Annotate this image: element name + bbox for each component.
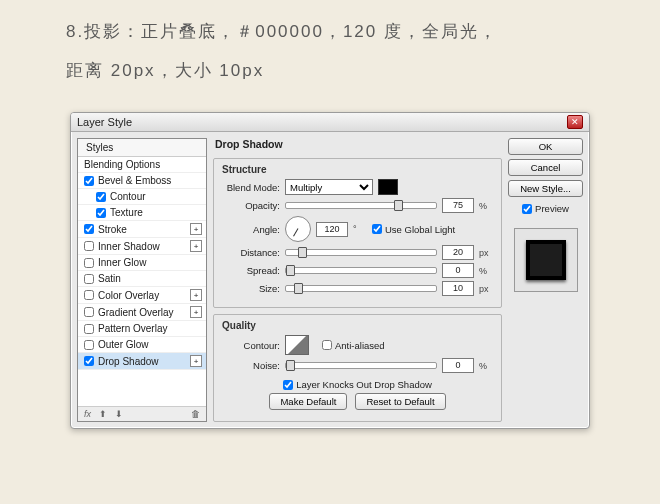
style-item-outer-glow[interactable]: Outer Glow	[78, 337, 206, 353]
size-label: Size:	[222, 283, 280, 294]
size-input[interactable]: 10	[442, 281, 474, 296]
percent-unit: %	[479, 266, 493, 276]
style-item-stroke[interactable]: Stroke +	[78, 221, 206, 238]
checkbox-icon[interactable]	[84, 258, 94, 268]
ok-button[interactable]: OK	[508, 138, 583, 155]
contour-label: Contour:	[222, 340, 280, 351]
style-item-pattern-overlay[interactable]: Pattern Overlay	[78, 321, 206, 337]
checkbox-icon[interactable]	[84, 340, 94, 350]
instruction-text: 8.投影：正片叠底，＃000000，120 度，全局光， 距离 20px，大小 …	[66, 12, 594, 90]
styles-footer: fx ⬆ ⬇ 🗑	[78, 406, 206, 421]
reset-default-button[interactable]: Reset to Default	[355, 393, 445, 410]
spread-slider[interactable]	[285, 267, 437, 274]
checkbox-icon[interactable]	[84, 307, 94, 317]
checkbox-icon[interactable]	[96, 208, 106, 218]
degree-unit: °	[353, 224, 367, 234]
make-default-button[interactable]: Make Default	[269, 393, 347, 410]
px-unit: px	[479, 248, 493, 258]
distance-input[interactable]: 20	[442, 245, 474, 260]
distance-slider[interactable]	[285, 249, 437, 256]
preview-checkbox[interactable]: Preview	[522, 203, 569, 214]
global-light-checkbox[interactable]: Use Global Light	[372, 224, 455, 235]
angle-input[interactable]: 120	[316, 222, 348, 237]
blend-mode-label: Blend Mode:	[222, 182, 280, 193]
style-item-texture[interactable]: Texture	[78, 205, 206, 221]
fx-plus-icon[interactable]: +	[190, 223, 202, 235]
fx-plus-icon[interactable]: +	[190, 306, 202, 318]
fx-plus-icon[interactable]: +	[190, 240, 202, 252]
style-item-bevel-emboss[interactable]: Bevel & Emboss	[78, 173, 206, 189]
style-item-satin[interactable]: Satin	[78, 271, 206, 287]
dialog-title: Layer Style	[77, 113, 132, 131]
style-item-contour[interactable]: Contour	[78, 189, 206, 205]
percent-unit: %	[479, 201, 493, 211]
blend-mode-dropdown[interactable]: Multiply	[285, 179, 373, 195]
structure-legend: Structure	[222, 164, 493, 175]
spread-input[interactable]: 0	[442, 263, 474, 278]
percent-unit: %	[479, 361, 493, 371]
fx-plus-icon[interactable]: +	[190, 355, 202, 367]
px-unit: px	[479, 284, 493, 294]
layer-style-dialog: Layer Style ✕ Styles Blending Options Be…	[70, 112, 590, 429]
opacity-label: Opacity:	[222, 200, 280, 211]
color-swatch[interactable]	[378, 179, 398, 195]
section-title: Drop Shadow	[215, 138, 502, 150]
noise-slider[interactable]	[285, 362, 437, 369]
style-item-drop-shadow[interactable]: Drop Shadow +	[78, 353, 206, 370]
checkbox-icon[interactable]	[84, 176, 94, 186]
instruction-line-1: 8.投影：正片叠底，＃000000，120 度，全局光，	[66, 12, 594, 51]
style-item-color-overlay[interactable]: Color Overlay +	[78, 287, 206, 304]
checkbox-icon[interactable]	[84, 241, 94, 251]
knockout-checkbox[interactable]: Layer Knocks Out Drop Shadow	[283, 379, 432, 390]
titlebar[interactable]: Layer Style ✕	[71, 113, 589, 132]
structure-group: Structure Blend Mode: Multiply Opacity: …	[213, 158, 502, 308]
fx-plus-icon[interactable]: +	[190, 289, 202, 301]
cancel-button[interactable]: Cancel	[508, 159, 583, 176]
checkbox-icon[interactable]	[84, 274, 94, 284]
preview-thumbnail	[514, 228, 578, 292]
opacity-slider[interactable]	[285, 202, 437, 209]
opacity-input[interactable]: 75	[442, 198, 474, 213]
distance-label: Distance:	[222, 247, 280, 258]
preview-swatch	[526, 240, 566, 280]
dialog-actions: OK Cancel New Style... Preview	[508, 138, 583, 422]
checkbox-icon[interactable]	[84, 356, 94, 366]
quality-legend: Quality	[222, 320, 493, 331]
noise-input[interactable]: 0	[442, 358, 474, 373]
styles-list: Styles Blending Options Bevel & Emboss C…	[77, 138, 207, 422]
checkbox-icon[interactable]	[84, 290, 94, 300]
contour-picker[interactable]	[285, 335, 309, 355]
spread-label: Spread:	[222, 265, 280, 276]
style-item-gradient-overlay[interactable]: Gradient Overlay +	[78, 304, 206, 321]
noise-label: Noise:	[222, 360, 280, 371]
arrow-up-icon[interactable]: ⬆	[99, 409, 107, 419]
checkbox-icon[interactable]	[84, 224, 94, 234]
quality-group: Quality Contour: Anti-aliased Noise: 0 %	[213, 314, 502, 422]
checkbox-icon[interactable]	[84, 324, 94, 334]
checkbox-icon[interactable]	[322, 340, 332, 350]
antialiased-checkbox[interactable]: Anti-aliased	[322, 340, 385, 351]
style-item-blending-options[interactable]: Blending Options	[78, 157, 206, 173]
angle-dial[interactable]	[285, 216, 311, 242]
settings-panel: Drop Shadow Structure Blend Mode: Multip…	[213, 138, 502, 422]
angle-label: Angle:	[222, 224, 280, 235]
style-item-inner-shadow[interactable]: Inner Shadow +	[78, 238, 206, 255]
fx-icon[interactable]: fx	[84, 409, 91, 419]
instruction-line-2: 距离 20px，大小 10px	[66, 51, 594, 90]
checkbox-icon[interactable]	[96, 192, 106, 202]
checkbox-icon[interactable]	[372, 224, 382, 234]
styles-header[interactable]: Styles	[78, 139, 206, 157]
checkbox-icon[interactable]	[283, 380, 293, 390]
size-slider[interactable]	[285, 285, 437, 292]
checkbox-icon[interactable]	[522, 204, 532, 214]
arrow-down-icon[interactable]: ⬇	[115, 409, 123, 419]
style-item-inner-glow[interactable]: Inner Glow	[78, 255, 206, 271]
new-style-button[interactable]: New Style...	[508, 180, 583, 197]
trash-icon[interactable]: 🗑	[191, 409, 200, 419]
close-icon[interactable]: ✕	[567, 115, 583, 129]
